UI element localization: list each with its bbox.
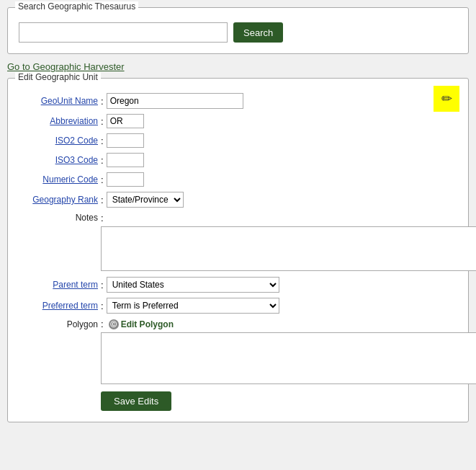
polygon-row: Polygon : Ⓒ Edit Polygon	[19, 319, 457, 329]
search-section-legend: Search Geographic Thesaurus	[15, 1, 138, 12]
iso3-code-input[interactable]	[107, 153, 144, 167]
iso3-code-row: ISO3 Code :	[19, 153, 457, 167]
geounit-name-input[interactable]	[107, 93, 243, 109]
search-button[interactable]: Search	[233, 22, 283, 43]
geography-rank-select[interactable]: Country State/Province County City Regio…	[107, 192, 184, 208]
edit-section-legend: Edit Geographic Unit	[15, 72, 101, 82]
geography-rank-row: Geography Rank : Country State/Province …	[19, 192, 457, 208]
abbreviation-row: Abbreviation :	[19, 114, 457, 128]
iso2-code-input[interactable]	[107, 133, 144, 148]
search-input[interactable]	[19, 22, 228, 43]
search-geographic-thesaurus-panel: Search Geographic Thesaurus Search	[7, 7, 469, 54]
geounit-name-label[interactable]: GeoUnit Name	[19, 96, 98, 106]
iso2-code-label[interactable]: ISO2 Code	[19, 136, 98, 146]
edit-polygon-link[interactable]: Edit Polygon	[121, 319, 174, 329]
parent-term-label[interactable]: Parent term	[19, 280, 98, 290]
notes-label: Notes	[19, 213, 98, 223]
abbreviation-label[interactable]: Abbreviation	[19, 116, 98, 126]
pencil-icon: ✏	[441, 91, 452, 107]
geography-rank-label[interactable]: Geography Rank	[19, 195, 98, 205]
notes-row: Notes :	[19, 213, 457, 223]
notes-textarea[interactable]	[101, 226, 476, 271]
preferred-term-select[interactable]: Term is Preferred Not Preferred	[107, 298, 279, 314]
geounit-name-row: GeoUnit Name :	[19, 93, 457, 109]
pencil-edit-button[interactable]: ✏	[434, 86, 459, 112]
numeric-code-label[interactable]: Numeric Code	[19, 174, 98, 185]
iso2-code-row: ISO2 Code :	[19, 133, 457, 148]
numeric-code-row: Numeric Code :	[19, 172, 457, 187]
polygon-info-icon[interactable]: Ⓒ	[109, 319, 119, 329]
abbreviation-input[interactable]	[107, 114, 144, 128]
preferred-term-row: Preferred term : Term is Preferred Not P…	[19, 298, 457, 314]
iso3-code-label[interactable]: ISO3 Code	[19, 155, 98, 165]
numeric-code-input[interactable]	[107, 172, 144, 187]
save-edits-button[interactable]: Save Edits	[101, 391, 171, 411]
edit-geographic-unit-panel: Edit Geographic Unit ✏ GeoUnit Name : Ab…	[7, 78, 469, 422]
preferred-term-label[interactable]: Preferred term	[19, 301, 98, 311]
parent-term-row: Parent term : United States Canada Mexic…	[19, 277, 457, 293]
polygon-label: Polygon	[19, 319, 98, 329]
parent-term-select[interactable]: United States Canada Mexico	[107, 277, 279, 293]
polygon-textarea[interactable]	[101, 332, 476, 384]
goto-geographic-harvester-link[interactable]: Go to Geographic Harvester	[7, 61, 125, 72]
